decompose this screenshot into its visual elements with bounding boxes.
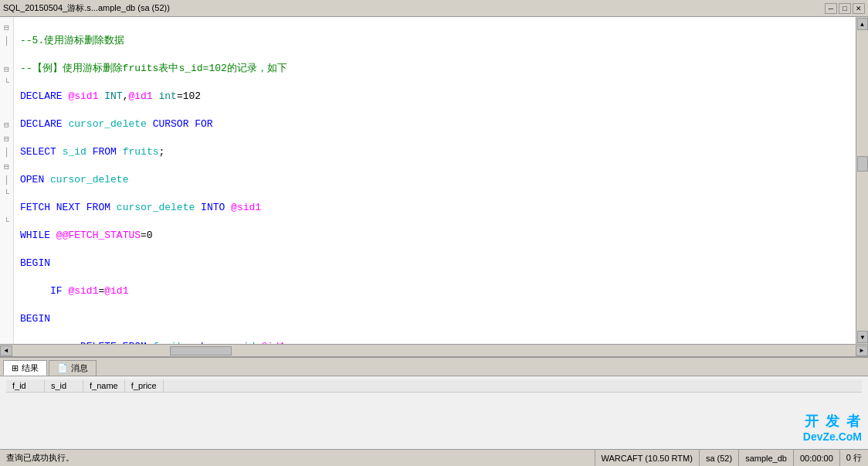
watermark: 开 发 者 DevZe.CoM	[803, 412, 862, 443]
col-f_name: f_name	[83, 379, 125, 392]
gutter-14	[0, 201, 13, 215]
horizontal-scrollbar[interactable]: ◄ ►	[0, 344, 868, 356]
scrollbar-thumb[interactable]	[857, 156, 868, 172]
watermark-bottom: DevZe.CoM	[803, 430, 862, 443]
editor-main: ⊟ │ ⊟ └ ⊟ ⊟ │ ⊟ │ └ └ --5.使用游标删除数据	[0, 17, 868, 344]
close-button[interactable]: ✕	[853, 3, 865, 14]
results-header: f_id s_id f_name f_price	[6, 379, 862, 393]
scroll-down-button[interactable]: ▼	[857, 331, 868, 343]
gutter-2: │	[0, 34, 13, 48]
code-line-7: FETCH NEXT FROM cursor_delete INTO @sid1	[20, 201, 849, 215]
bottom-panel: ⊞ 结果 📄 消息 f_id s_id f_name f_price 开 发 者…	[0, 356, 868, 449]
status-time: 00:00:00	[793, 450, 839, 467]
code-line-12: DELETE FROM fruits where s_id=@id1	[20, 340, 849, 344]
status-bar: 查询已成功执行。 WARCAFT (10.50 RTM) sa (52) sam…	[0, 449, 868, 466]
gutter-8: ⊟	[0, 117, 13, 131]
code-line-2: --【例】使用游标删除fruits表中s_id=102的记录，如下	[20, 62, 849, 76]
tab-results[interactable]: ⊞ 结果	[3, 360, 47, 376]
tab-messages[interactable]: 📄 消息	[49, 360, 97, 376]
code-line-10: IF @sid1=@id1	[20, 284, 849, 298]
messages-tab-icon: 📄	[57, 363, 68, 373]
col-f_id: f_id	[6, 379, 45, 392]
status-user: sa (52)	[699, 450, 738, 467]
right-scrollbar[interactable]: ▲ ▼	[856, 17, 868, 344]
title-buttons: ─ □ ✕	[825, 3, 865, 14]
title-text: SQL_20150504_游标.s...ample_db (sa (52))	[3, 2, 170, 14]
code-line-8: WHILE @@FETCH_STATUS=0	[20, 229, 849, 243]
results-tab-icon: ⊞	[12, 363, 19, 373]
scroll-up-button[interactable]: ▲	[857, 18, 868, 30]
editor-container: ⊟ │ ⊟ └ ⊟ ⊟ │ ⊟ │ └ └ --5.使用游标删除数据	[0, 17, 868, 449]
messages-tab-label: 消息	[71, 362, 88, 374]
gutter-7	[0, 104, 13, 117]
code-line-4: DECLARE cursor_delete CURSOR FOR	[20, 117, 849, 131]
gutter-15: └	[0, 215, 13, 229]
code-line-6: OPEN cursor_delete	[20, 173, 849, 187]
gutter-18	[0, 257, 13, 270]
gutter-13: └	[0, 187, 13, 201]
gutter-11: ⊟	[0, 159, 13, 173]
gutter-3	[0, 48, 13, 62]
gutter-4: ⊟	[0, 62, 13, 76]
code-line-1: --5.使用游标删除数据	[20, 34, 849, 48]
watermark-top: 开 发 者	[803, 412, 862, 430]
left-gutter: ⊟ │ ⊟ └ ⊟ ⊟ │ ⊟ │ └ └	[0, 17, 14, 344]
results-grid: f_id s_id f_name f_price	[0, 376, 868, 449]
gutter-10: │	[0, 145, 13, 159]
title-bar: SQL_20150504_游标.s...ample_db (sa (52)) ─…	[0, 0, 868, 17]
status-db: sample_db	[738, 450, 793, 467]
gutter-17	[0, 243, 13, 257]
code-line-11: BEGIN	[20, 312, 849, 326]
gutter-1: ⊟	[0, 20, 13, 34]
code-area[interactable]: ⊟ │ ⊟ └ ⊟ ⊟ │ ⊟ │ └ └ --5.使用游标删除数据	[0, 17, 868, 344]
h-scroll-thumb[interactable]	[170, 346, 232, 355]
gutter-16	[0, 229, 13, 243]
gutter-5: └	[0, 76, 13, 90]
code-content[interactable]: --5.使用游标删除数据 --【例】使用游标删除fruits表中s_id=102…	[14, 17, 856, 344]
col-s_id: s_id	[45, 379, 83, 392]
col-f_price: f_price	[125, 379, 164, 392]
scroll-right-button[interactable]: ►	[856, 345, 868, 356]
code-line-9: BEGIN	[20, 257, 849, 270]
status-server: WARCAFT (10.50 RTM)	[595, 450, 699, 467]
h-scroll-track[interactable]	[15, 346, 853, 355]
code-line-5: SELECT s_id FROM fruits;	[20, 145, 849, 159]
status-message: 查询已成功执行。	[0, 452, 595, 464]
scroll-left-button[interactable]: ◄	[0, 345, 12, 356]
code-line-3: DECLARE @sid1 INT,@id1 int=102	[20, 90, 849, 104]
gutter-9: ⊟	[0, 131, 13, 145]
results-tab-label: 结果	[22, 362, 39, 374]
minimize-button[interactable]: ─	[825, 3, 837, 14]
status-right: WARCAFT (10.50 RTM) sa (52) sample_db 00…	[595, 450, 868, 467]
maximize-button[interactable]: □	[839, 3, 851, 14]
gutter-12: │	[0, 173, 13, 187]
status-rows: 0 行	[839, 450, 868, 467]
gutter-6	[0, 90, 13, 104]
tab-bar: ⊞ 结果 📄 消息	[0, 358, 868, 376]
